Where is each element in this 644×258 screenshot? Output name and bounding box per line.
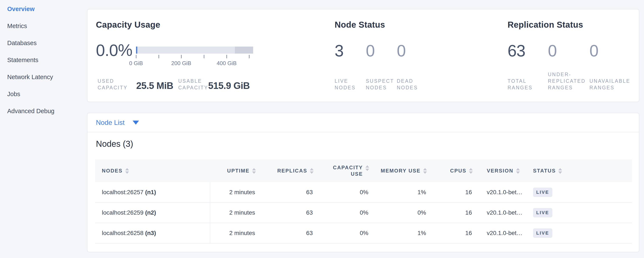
suspect-nodes-count: 0	[366, 42, 397, 60]
uptime-cell: 2 minutes	[210, 202, 257, 223]
column-header-capacity-use[interactable]: CAPACITYUSE	[314, 160, 370, 182]
axis-label-0gib: 0 GiB	[129, 60, 143, 67]
column-header-status[interactable]: STATUS	[527, 160, 632, 182]
sort-icon	[558, 168, 562, 174]
version-cell: v20.1.0-bet…	[474, 202, 527, 223]
node-address[interactable]: localhost:26259	[102, 209, 144, 216]
sidebar-item-metrics[interactable]: Metrics	[7, 18, 86, 35]
cpus-cell: 16	[428, 202, 474, 223]
column-header-version[interactable]: VERSION	[474, 160, 527, 182]
used-capacity-value: 25.5 MiB	[136, 80, 178, 91]
total-ranges-count: 63	[508, 42, 548, 60]
total-ranges-label: TOTAL RANGES	[508, 78, 548, 91]
node-status-metrics: 3 0 0	[335, 42, 406, 60]
sidebar-item-statements[interactable]: Statements	[7, 51, 86, 68]
status-badge: LIVE	[533, 188, 552, 197]
column-header-uptime[interactable]: UPTIME	[210, 160, 257, 182]
capacity-use-cell: 0%	[314, 223, 370, 243]
replicas-cell: 63	[257, 182, 314, 202]
column-header-cpus[interactable]: CPUS	[428, 160, 474, 182]
table-row[interactable]: localhost:26258 (n3) 2 minutes 63 0% 1% …	[95, 223, 632, 243]
column-header-nodes[interactable]: NODES	[95, 160, 210, 182]
column-header-memory-use[interactable]: MEMORY USE	[370, 160, 428, 182]
chevron-down-icon	[132, 120, 139, 125]
table-row[interactable]: localhost:26257 (n1) 2 minutes 63 0% 1% …	[95, 182, 632, 202]
sidebar-item-advanced-debug[interactable]: Advanced Debug	[7, 102, 86, 119]
sort-icon	[423, 168, 427, 174]
memory-use-cell: 0%	[370, 202, 428, 223]
axis-tick	[249, 55, 250, 58]
node-id: (n2)	[145, 209, 156, 216]
node-list-bar: Node List	[88, 113, 639, 132]
replication-metrics: 63 0 0	[508, 42, 598, 60]
live-nodes-label: LIVE NODES	[335, 78, 366, 91]
node-address[interactable]: localhost:26258	[102, 230, 144, 236]
dead-nodes-label: DEAD NODES	[397, 78, 418, 91]
axis-tick	[204, 55, 204, 58]
node-status-title: Node Status	[335, 20, 385, 30]
usable-capacity-value: 515.9 GiB	[208, 80, 250, 91]
axis-tick	[158, 55, 159, 58]
capacity-bar-reserved-segment	[235, 47, 253, 54]
sidebar-item-jobs[interactable]: Jobs	[7, 85, 86, 102]
sidebar: Overview Metrics Databases Statements Ne…	[7, 1, 86, 119]
node-address[interactable]: localhost:26257	[102, 189, 144, 195]
sort-icon	[366, 165, 369, 171]
replicas-cell: 63	[257, 202, 314, 223]
cpus-cell: 16	[428, 223, 474, 243]
node-id: (n1)	[145, 189, 156, 195]
node-list-dropdown[interactable]: Node List	[96, 119, 139, 126]
used-capacity-label: USED CAPACITY	[98, 78, 136, 91]
sort-icon	[125, 168, 129, 174]
axis-tick	[181, 55, 182, 58]
cluster-summary-card: Capacity Usage 0.0% 0 GiB 200 GiB 400 Gi…	[87, 9, 639, 102]
capacity-usage-bar	[136, 47, 253, 54]
under-replicated-ranges-label: UNDER- REPLICATED RANGES	[548, 71, 590, 91]
under-replicated-ranges-count: 0	[548, 42, 590, 60]
version-cell: v20.1.0-bet…	[474, 223, 527, 243]
status-badge: LIVE	[533, 228, 552, 238]
node-status-labels: LIVE NODES SUSPECT NODES DEAD NODES	[335, 78, 418, 91]
cpus-cell: 16	[428, 182, 474, 202]
column-header-replicas[interactable]: REPLICAS	[257, 160, 314, 182]
suspect-nodes-label: SUSPECT NODES	[366, 78, 397, 91]
status-badge: LIVE	[533, 208, 552, 217]
axis-tick	[226, 55, 227, 58]
unavailable-ranges-label: UNAVAILABLE RANGES	[590, 78, 630, 91]
axis-label-400gib: 400 GiB	[217, 60, 236, 67]
capacity-use-cell: 0%	[314, 202, 370, 223]
axis-label-200gib: 200 GiB	[171, 60, 191, 67]
capacity-used-percent: 0.0%	[96, 41, 132, 59]
capacity-use-cell: 0%	[314, 182, 370, 202]
sort-icon	[310, 168, 314, 174]
sidebar-item-network-latency[interactable]: Network Latency	[7, 68, 86, 85]
table-header-row: NODES UPTIME REPLICAS CAPACITYUSE	[95, 160, 632, 182]
nodes-card: Node List Nodes (3) NODES UPTIME REPLICA…	[87, 113, 639, 252]
sort-icon	[469, 168, 473, 174]
uptime-cell: 2 minutes	[210, 223, 257, 243]
memory-use-cell: 1%	[370, 223, 428, 243]
unavailable-ranges-count: 0	[590, 42, 598, 60]
version-cell: v20.1.0-bet…	[474, 182, 527, 202]
capacity-bar-used-segment	[136, 47, 137, 54]
nodes-section-title: Nodes (3)	[96, 139, 133, 149]
replication-status-title: Replication Status	[508, 20, 583, 30]
usable-capacity-label: USABLE CAPACITY	[178, 78, 208, 91]
replicas-cell: 63	[257, 223, 314, 243]
axis-tick	[136, 55, 136, 58]
capacity-stats: USED CAPACITY 25.5 MiB USABLE CAPACITY 5…	[98, 78, 250, 91]
nodes-table: NODES UPTIME REPLICAS CAPACITYUSE	[95, 160, 632, 243]
live-nodes-count: 3	[335, 42, 366, 60]
replication-labels: TOTAL RANGES UNDER- REPLICATED RANGES UN…	[508, 71, 630, 91]
sidebar-item-overview[interactable]: Overview	[7, 1, 86, 18]
dead-nodes-count: 0	[397, 42, 406, 60]
capacity-usage-title: Capacity Usage	[96, 20, 160, 30]
sort-icon	[516, 168, 520, 174]
node-list-label: Node List	[96, 119, 124, 126]
uptime-cell: 2 minutes	[210, 182, 257, 202]
sort-icon	[252, 168, 256, 174]
node-id: (n3)	[145, 230, 156, 236]
memory-use-cell: 1%	[370, 182, 428, 202]
sidebar-item-databases[interactable]: Databases	[7, 35, 86, 51]
table-row[interactable]: localhost:26259 (n2) 2 minutes 63 0% 0% …	[95, 202, 632, 223]
